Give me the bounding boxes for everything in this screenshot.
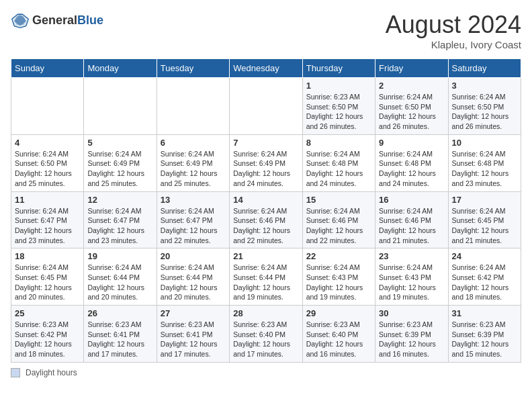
day-number: 18 [15, 251, 80, 261]
calendar-cell [11, 78, 84, 135]
day-info: Sunrise: 6:24 AM Sunset: 6:47 PM Dayligh… [161, 206, 226, 246]
day-info: Sunrise: 6:23 AM Sunset: 6:50 PM Dayligh… [306, 92, 371, 132]
calendar-cell: 7Sunrise: 6:24 AM Sunset: 6:49 PM Daylig… [230, 134, 302, 191]
calendar-cell: 14Sunrise: 6:24 AM Sunset: 6:46 PM Dayli… [230, 191, 302, 248]
day-info: Sunrise: 6:24 AM Sunset: 6:49 PM Dayligh… [87, 149, 152, 189]
day-info: Sunrise: 6:24 AM Sunset: 6:50 PM Dayligh… [452, 92, 517, 132]
location: Klapleu, Ivory Coast [386, 39, 521, 50]
calendar-dow-tuesday: Tuesday [157, 59, 229, 78]
day-number: 20 [161, 251, 226, 261]
page-header: General Blue August 2024 Klapleu, Ivory … [11, 11, 521, 50]
day-info: Sunrise: 6:24 AM Sunset: 6:50 PM Dayligh… [379, 92, 444, 132]
calendar-cell: 15Sunrise: 6:24 AM Sunset: 6:46 PM Dayli… [302, 191, 375, 248]
day-info: Sunrise: 6:24 AM Sunset: 6:49 PM Dayligh… [233, 149, 298, 189]
day-number: 24 [452, 251, 517, 261]
day-number: 19 [87, 251, 152, 261]
day-info: Sunrise: 6:24 AM Sunset: 6:48 PM Dayligh… [306, 149, 371, 189]
day-info: Sunrise: 6:24 AM Sunset: 6:42 PM Dayligh… [452, 263, 517, 302]
calendar-cell: 11Sunrise: 6:24 AM Sunset: 6:47 PM Dayli… [11, 191, 84, 248]
calendar-cell: 8Sunrise: 6:24 AM Sunset: 6:48 PM Daylig… [302, 134, 375, 191]
calendar-cell: 12Sunrise: 6:24 AM Sunset: 6:47 PM Dayli… [84, 191, 157, 248]
day-info: Sunrise: 6:23 AM Sunset: 6:39 PM Dayligh… [452, 320, 517, 359]
day-info: Sunrise: 6:24 AM Sunset: 6:46 PM Dayligh… [233, 206, 298, 246]
calendar-cell: 13Sunrise: 6:24 AM Sunset: 6:47 PM Dayli… [157, 191, 229, 248]
calendar-cell: 19Sunrise: 6:24 AM Sunset: 6:44 PM Dayli… [84, 248, 157, 306]
calendar-cell: 31Sunrise: 6:23 AM Sunset: 6:39 PM Dayli… [448, 306, 521, 363]
calendar-cell: 3Sunrise: 6:24 AM Sunset: 6:50 PM Daylig… [448, 78, 521, 135]
day-number: 26 [87, 308, 152, 318]
calendar-cell: 30Sunrise: 6:23 AM Sunset: 6:39 PM Dayli… [375, 306, 448, 363]
day-info: Sunrise: 6:24 AM Sunset: 6:45 PM Dayligh… [15, 263, 80, 302]
day-info: Sunrise: 6:24 AM Sunset: 6:45 PM Dayligh… [452, 206, 517, 246]
day-info: Sunrise: 6:23 AM Sunset: 6:40 PM Dayligh… [233, 320, 298, 359]
calendar-cell: 24Sunrise: 6:24 AM Sunset: 6:42 PM Dayli… [448, 248, 521, 306]
calendar-cell: 6Sunrise: 6:24 AM Sunset: 6:49 PM Daylig… [157, 134, 229, 191]
day-number: 21 [233, 251, 298, 261]
day-info: Sunrise: 6:23 AM Sunset: 6:41 PM Dayligh… [87, 320, 152, 359]
day-info: Sunrise: 6:24 AM Sunset: 6:46 PM Dayligh… [306, 206, 371, 246]
calendar-week-1: 1Sunrise: 6:23 AM Sunset: 6:50 PM Daylig… [11, 78, 521, 135]
calendar-header-row: SundayMondayTuesdayWednesdayThursdayFrid… [11, 59, 521, 78]
day-number: 30 [379, 308, 444, 318]
logo-text: General Blue [32, 13, 103, 28]
calendar-cell: 2Sunrise: 6:24 AM Sunset: 6:50 PM Daylig… [375, 78, 448, 135]
day-number: 31 [452, 308, 517, 318]
logo-blue: Blue [77, 13, 103, 28]
day-info: Sunrise: 6:24 AM Sunset: 6:44 PM Dayligh… [87, 263, 152, 302]
calendar-cell: 29Sunrise: 6:23 AM Sunset: 6:40 PM Dayli… [302, 306, 375, 363]
calendar-cell: 21Sunrise: 6:24 AM Sunset: 6:44 PM Dayli… [230, 248, 302, 306]
day-number: 4 [15, 138, 80, 148]
day-info: Sunrise: 6:24 AM Sunset: 6:48 PM Dayligh… [452, 149, 517, 189]
day-number: 22 [306, 251, 371, 261]
calendar-week-4: 18Sunrise: 6:24 AM Sunset: 6:45 PM Dayli… [11, 248, 521, 306]
day-number: 1 [306, 81, 371, 91]
day-number: 5 [87, 138, 152, 148]
title-block: August 2024 Klapleu, Ivory Coast [386, 11, 521, 50]
calendar-cell: 1Sunrise: 6:23 AM Sunset: 6:50 PM Daylig… [302, 78, 375, 135]
calendar-cell: 22Sunrise: 6:24 AM Sunset: 6:43 PM Dayli… [302, 248, 375, 306]
day-number: 8 [306, 138, 371, 148]
calendar-dow-sunday: Sunday [11, 59, 84, 78]
day-number: 10 [452, 138, 517, 148]
day-number: 28 [233, 308, 298, 318]
day-info: Sunrise: 6:24 AM Sunset: 6:49 PM Dayligh… [161, 149, 226, 189]
day-info: Sunrise: 6:24 AM Sunset: 6:48 PM Dayligh… [379, 149, 444, 189]
day-info: Sunrise: 6:24 AM Sunset: 6:47 PM Dayligh… [15, 206, 80, 246]
calendar-cell: 17Sunrise: 6:24 AM Sunset: 6:45 PM Dayli… [448, 191, 521, 248]
day-number: 23 [379, 251, 444, 261]
day-number: 29 [306, 308, 371, 318]
calendar-dow-saturday: Saturday [448, 59, 521, 78]
day-info: Sunrise: 6:24 AM Sunset: 6:44 PM Dayligh… [161, 263, 226, 302]
calendar-cell [157, 78, 229, 135]
calendar-cell: 25Sunrise: 6:23 AM Sunset: 6:42 PM Dayli… [11, 306, 84, 363]
day-info: Sunrise: 6:24 AM Sunset: 6:47 PM Dayligh… [87, 206, 152, 246]
logo-general: General [32, 13, 77, 28]
calendar-cell [230, 78, 302, 135]
day-number: 16 [379, 195, 444, 205]
day-info: Sunrise: 6:24 AM Sunset: 6:50 PM Dayligh… [15, 149, 80, 189]
calendar-table: SundayMondayTuesdayWednesdayThursdayFrid… [11, 58, 521, 363]
day-number: 7 [233, 138, 298, 148]
day-number: 13 [161, 195, 226, 205]
logo: General Blue [11, 11, 103, 30]
legend-label: Daylight hours [26, 368, 77, 377]
calendar-dow-thursday: Thursday [302, 59, 375, 78]
calendar-cell: 10Sunrise: 6:24 AM Sunset: 6:48 PM Dayli… [448, 134, 521, 191]
calendar-cell: 5Sunrise: 6:24 AM Sunset: 6:49 PM Daylig… [84, 134, 157, 191]
calendar-cell: 28Sunrise: 6:23 AM Sunset: 6:40 PM Dayli… [230, 306, 302, 363]
day-number: 11 [15, 195, 80, 205]
day-info: Sunrise: 6:23 AM Sunset: 6:40 PM Dayligh… [306, 320, 371, 359]
calendar-cell: 4Sunrise: 6:24 AM Sunset: 6:50 PM Daylig… [11, 134, 84, 191]
day-number: 14 [233, 195, 298, 205]
calendar-week-3: 11Sunrise: 6:24 AM Sunset: 6:47 PM Dayli… [11, 191, 521, 248]
calendar-cell: 20Sunrise: 6:24 AM Sunset: 6:44 PM Dayli… [157, 248, 229, 306]
logo-icon [11, 11, 30, 30]
day-info: Sunrise: 6:24 AM Sunset: 6:44 PM Dayligh… [233, 263, 298, 302]
day-info: Sunrise: 6:24 AM Sunset: 6:43 PM Dayligh… [379, 263, 444, 302]
calendar-cell: 23Sunrise: 6:24 AM Sunset: 6:43 PM Dayli… [375, 248, 448, 306]
calendar-cell: 16Sunrise: 6:24 AM Sunset: 6:46 PM Dayli… [375, 191, 448, 248]
footer: Daylight hours [11, 368, 521, 377]
calendar-dow-friday: Friday [375, 59, 448, 78]
calendar-week-2: 4Sunrise: 6:24 AM Sunset: 6:50 PM Daylig… [11, 134, 521, 191]
calendar-cell: 26Sunrise: 6:23 AM Sunset: 6:41 PM Dayli… [84, 306, 157, 363]
